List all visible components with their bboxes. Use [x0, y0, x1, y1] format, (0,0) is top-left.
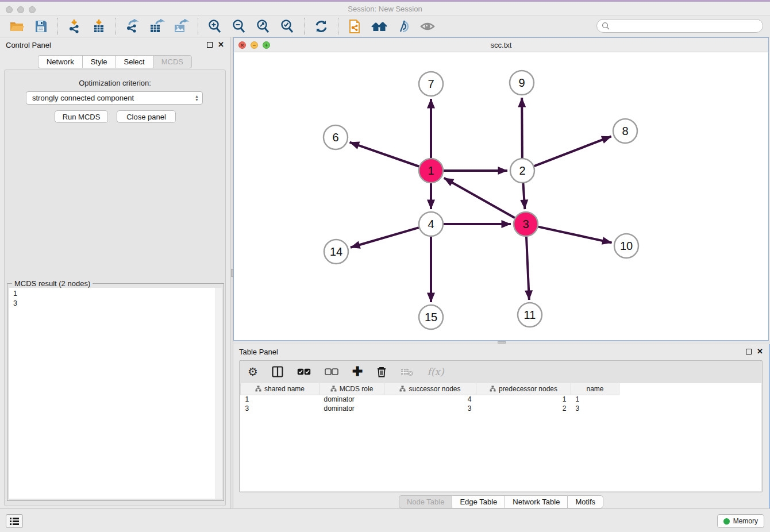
- edge-2-3[interactable]: [523, 183, 525, 209]
- node-8[interactable]: 8: [613, 119, 637, 143]
- table-cell[interactable]: dominator: [319, 404, 384, 413]
- import-network-button[interactable]: [66, 18, 83, 35]
- table-cell[interactable]: 3: [571, 404, 619, 413]
- home-button[interactable]: [371, 18, 388, 35]
- create-column-button[interactable]: ✚: [352, 365, 363, 379]
- network-window-titlebar[interactable]: ✕ − + scc.txt: [234, 38, 768, 52]
- node-table-area[interactable]: shared nameMCDS rolesuccessor nodesprede…: [240, 383, 761, 491]
- show-columns-button[interactable]: [272, 365, 283, 379]
- network-minimize-icon[interactable]: −: [251, 41, 258, 49]
- column-header-MCDS-role[interactable]: MCDS role: [319, 383, 384, 395]
- window-traffic-lights[interactable]: [6, 6, 36, 13]
- table-cell[interactable]: 1: [571, 395, 619, 404]
- zoom-fit-button[interactable]: [255, 18, 272, 35]
- zoom-in-button[interactable]: [206, 18, 224, 35]
- zoom-selected-button[interactable]: [279, 18, 296, 35]
- criterion-value: strongly connected component: [32, 94, 134, 102]
- tab-node-table[interactable]: Node Table: [399, 495, 452, 508]
- node-15[interactable]: 15: [419, 305, 443, 329]
- close-panel-icon[interactable]: ✕: [757, 349, 763, 354]
- column-header-name[interactable]: name: [571, 383, 619, 395]
- node-11[interactable]: 11: [518, 303, 542, 327]
- node-7[interactable]: 7: [419, 72, 443, 96]
- export-table-button[interactable]: [148, 18, 165, 35]
- memory-button[interactable]: Memory: [717, 514, 764, 528]
- trash-icon: [376, 366, 387, 377]
- edge-2-8[interactable]: [534, 136, 611, 166]
- show-hide-graphics-button[interactable]: [419, 18, 436, 35]
- deselect-all-button[interactable]: [325, 365, 338, 379]
- table-cell[interactable]: 1: [476, 395, 571, 404]
- float-panel-icon[interactable]: [746, 349, 752, 354]
- tab-select[interactable]: Select: [116, 55, 153, 68]
- column-header-predecessor-nodes[interactable]: predecessor nodes: [476, 383, 571, 395]
- cyndex-button[interactable]: [395, 18, 412, 35]
- table-row[interactable]: 3dominator323: [241, 404, 619, 413]
- network-from-file-button[interactable]: [346, 18, 364, 35]
- columns-icon: [272, 366, 283, 377]
- table-cell[interactable]: 2: [476, 404, 571, 413]
- apply-style-button[interactable]: [313, 18, 330, 35]
- table-cell[interactable]: 3: [384, 404, 476, 413]
- tab-network[interactable]: Network: [38, 55, 82, 68]
- node-table-container: ⚙: [239, 360, 763, 492]
- table-cell[interactable]: dominator: [319, 395, 384, 404]
- tab-network-table[interactable]: Network Table: [505, 495, 567, 508]
- table-cell[interactable]: 1: [241, 395, 319, 404]
- save-session-button[interactable]: [32, 18, 49, 35]
- close-panel-button[interactable]: Close panel: [117, 110, 176, 123]
- close-window-icon[interactable]: [6, 6, 13, 13]
- task-history-button[interactable]: [6, 514, 23, 528]
- network-canvas[interactable]: 7968124314101511: [234, 52, 768, 340]
- edge-1-6[interactable]: [350, 142, 419, 167]
- node-4[interactable]: 4: [419, 212, 443, 236]
- criterion-dropdown[interactable]: strongly connected component ▲▼: [26, 91, 203, 105]
- run-mcds-button[interactable]: Run MCDS: [55, 110, 108, 123]
- delete-column-button[interactable]: [376, 365, 387, 379]
- table-settings-button[interactable]: ⚙: [248, 365, 258, 379]
- table-cell[interactable]: 4: [384, 395, 476, 404]
- zoom-out-button[interactable]: [230, 18, 248, 35]
- zoom-in-icon: [207, 19, 222, 34]
- node-1[interactable]: 1: [419, 159, 443, 183]
- node-2[interactable]: 2: [510, 159, 534, 183]
- maximize-window-icon[interactable]: [29, 6, 36, 13]
- tab-motifs[interactable]: Motifs: [567, 495, 603, 508]
- table-row[interactable]: 1dominator411: [241, 395, 619, 404]
- open-session-button[interactable]: [8, 18, 25, 35]
- node-9[interactable]: 9: [510, 71, 534, 95]
- export-network-button[interactable]: [124, 18, 141, 35]
- import-table-button[interactable]: [90, 18, 107, 35]
- table-cell[interactable]: 3: [241, 404, 319, 413]
- network-maximize-icon[interactable]: +: [263, 41, 270, 49]
- node-3[interactable]: 3: [514, 212, 538, 236]
- global-search[interactable]: [596, 19, 763, 33]
- splitter-grip[interactable]: [498, 341, 506, 344]
- select-all-button[interactable]: [297, 365, 311, 379]
- node-10[interactable]: 10: [614, 234, 638, 258]
- close-panel-icon[interactable]: ✕: [218, 42, 224, 48]
- network-traffic-lights[interactable]: ✕ − +: [238, 41, 270, 49]
- column-header-successor-nodes[interactable]: successor nodes: [384, 383, 476, 395]
- search-input[interactable]: [610, 22, 763, 30]
- column-header-shared-name[interactable]: shared name: [241, 383, 319, 395]
- minimize-window-icon[interactable]: [17, 6, 24, 13]
- network-close-icon[interactable]: ✕: [238, 41, 246, 49]
- tab-style[interactable]: Style: [82, 55, 116, 68]
- namespace-icon: [490, 385, 496, 392]
- edge-2-9[interactable]: [522, 98, 522, 158]
- result-scrollbar[interactable]: [215, 288, 222, 499]
- node-6[interactable]: 6: [324, 125, 348, 149]
- delete-table-button-disabled: [401, 365, 413, 379]
- tab-edge-table[interactable]: Edge Table: [452, 495, 505, 508]
- node-14[interactable]: 14: [324, 240, 348, 264]
- edge-4-14[interactable]: [351, 228, 419, 248]
- tab-mcds[interactable]: MCDS: [153, 55, 192, 68]
- edge-3-1[interactable]: [444, 178, 515, 218]
- edge-3-10[interactable]: [538, 227, 611, 243]
- network-graph[interactable]: 7968124314101511: [234, 52, 768, 340]
- export-image-button[interactable]: [172, 18, 190, 35]
- edge-3-11[interactable]: [526, 237, 529, 300]
- mcds-result-text[interactable]: 13: [9, 288, 222, 499]
- float-panel-icon[interactable]: [207, 42, 213, 48]
